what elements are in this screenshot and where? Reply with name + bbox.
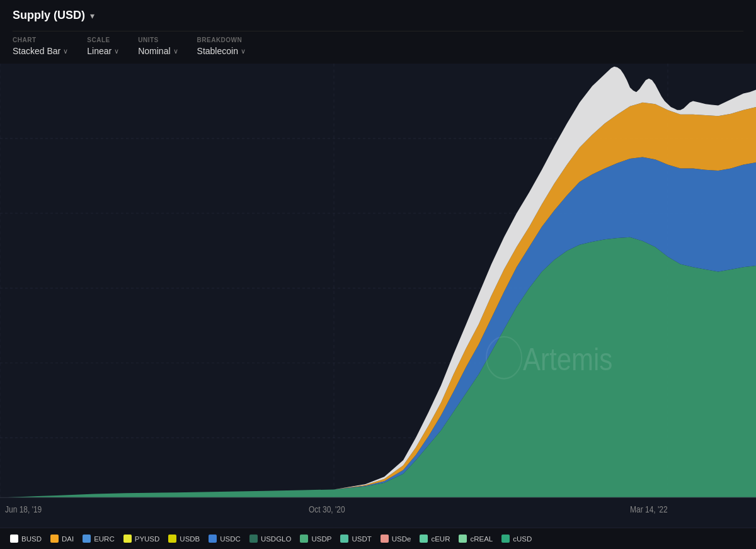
- units-label: UNITS: [138, 37, 178, 43]
- breakdown-chevron-icon: ∨: [241, 47, 246, 55]
- legend-item: USDB: [168, 535, 200, 543]
- svg-text:Artemis: Artemis: [523, 342, 612, 377]
- legend-item: cREAL: [459, 535, 493, 543]
- legend-label: USDe: [392, 535, 411, 543]
- legend-swatch: [123, 535, 132, 543]
- legend-swatch: [459, 535, 467, 543]
- svg-text:Mar 14, '22: Mar 14, '22: [630, 504, 668, 514]
- legend-swatch: [249, 535, 258, 543]
- legend-label: USDP: [311, 535, 331, 543]
- scale-label: SCALE: [87, 37, 119, 43]
- scale-control: SCALE Linear ∨: [87, 37, 119, 56]
- scale-dropdown[interactable]: Linear ∨: [87, 46, 119, 56]
- legend-item: USDP: [300, 535, 331, 543]
- controls-bar: CHART Stacked Bar ∨ SCALE Linear ∨ UNITS…: [13, 31, 743, 64]
- units-control: UNITS Nominal ∨: [138, 37, 178, 56]
- chart-value: Stacked Bar: [13, 46, 60, 56]
- breakdown-dropdown[interactable]: Stablecoin ∨: [197, 46, 246, 56]
- legend-item: USDT: [340, 535, 371, 543]
- legend-label: DAI: [62, 535, 74, 543]
- legend-label: USDT: [352, 535, 371, 543]
- chart-label: CHART: [13, 37, 68, 43]
- legend-item: EURC: [83, 535, 115, 543]
- breakdown-value: Stablecoin: [197, 46, 238, 56]
- legend-label: PYUSD: [135, 535, 160, 543]
- chart-svg: Jun 18, '19 Oct 30, '20 Mar 14, '22 Arte…: [0, 64, 756, 528]
- legend-item: USDGLO: [249, 535, 292, 543]
- legend-swatch: [420, 535, 428, 543]
- legend-label: cREAL: [470, 535, 493, 543]
- breakdown-label: BREAKDOWN: [197, 37, 246, 43]
- legend-swatch: [381, 535, 389, 543]
- legend-item: USDC: [209, 535, 241, 543]
- legend-swatch: [83, 535, 91, 543]
- legend-label: BUSD: [21, 535, 42, 543]
- chart-control: CHART Stacked Bar ∨: [13, 37, 68, 56]
- title-row: Supply (USD) ▾: [13, 9, 743, 22]
- units-chevron-icon: ∨: [173, 47, 178, 55]
- scale-chevron-icon: ∨: [114, 47, 119, 55]
- header: Supply (USD) ▾ CHART Stacked Bar ∨ SCALE…: [0, 0, 756, 64]
- legend-swatch: [168, 535, 176, 543]
- page-title: Supply (USD): [13, 9, 85, 22]
- chart-legend: BUSDDAIEURCPYUSDUSDBUSDCUSDGLOUSDPUSDTUS…: [0, 528, 756, 549]
- svg-text:Oct 30, '20: Oct 30, '20: [309, 504, 345, 514]
- units-value: Nominal: [138, 46, 170, 56]
- title-chevron-icon[interactable]: ▾: [90, 11, 94, 21]
- legend-item: DAI: [50, 535, 74, 543]
- chart-area: Jun 18, '19 Oct 30, '20 Mar 14, '22 Arte…: [0, 64, 756, 528]
- chart-dropdown[interactable]: Stacked Bar ∨: [13, 46, 68, 56]
- svg-text:Jun 18, '19: Jun 18, '19: [5, 504, 42, 514]
- legend-item: BUSD: [10, 535, 42, 543]
- breakdown-control: BREAKDOWN Stablecoin ∨: [197, 37, 246, 56]
- legend-swatch: [300, 535, 308, 543]
- legend-label: USDC: [220, 535, 241, 543]
- legend-item: cEUR: [420, 535, 450, 543]
- legend-item: USDe: [381, 535, 411, 543]
- scale-value: Linear: [87, 46, 112, 56]
- legend-swatch: [209, 535, 217, 543]
- legend-label: cEUR: [431, 535, 450, 543]
- legend-label: EURC: [94, 535, 115, 543]
- app-container: Supply (USD) ▾ CHART Stacked Bar ∨ SCALE…: [0, 0, 756, 549]
- legend-item: PYUSD: [123, 535, 160, 543]
- chart-chevron-icon: ∨: [63, 47, 68, 55]
- legend-swatch: [340, 535, 348, 543]
- legend-swatch: [50, 535, 59, 543]
- legend-label: USDGLO: [261, 535, 292, 543]
- legend-label: USDB: [180, 535, 200, 543]
- legend-swatch: [10, 535, 18, 543]
- legend-label: cUSD: [513, 535, 532, 543]
- units-dropdown[interactable]: Nominal ∨: [138, 46, 178, 56]
- legend-swatch: [501, 535, 510, 543]
- legend-item: cUSD: [501, 535, 532, 543]
